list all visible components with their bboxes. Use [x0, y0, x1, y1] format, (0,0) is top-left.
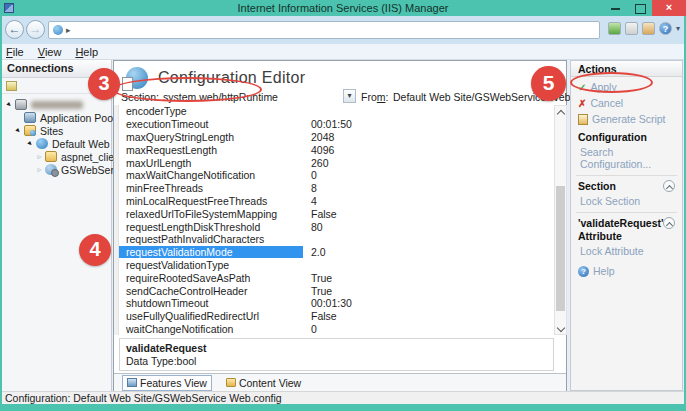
table-row[interactable]: requireRootedSaveAsPathTrue — [119, 271, 551, 284]
from-label: From: — [361, 91, 388, 103]
property-name[interactable]: minFreeThreads — [119, 182, 303, 194]
property-value[interactable]: 2.0 — [303, 246, 326, 258]
collapse-chevron-icon[interactable] — [663, 217, 675, 229]
property-value[interactable]: 8 — [303, 182, 317, 194]
window-border-bottom — [0, 404, 686, 411]
property-name[interactable]: requestPathInvalidCharacters — [119, 233, 303, 245]
property-value[interactable]: 0 — [303, 169, 317, 181]
property-value[interactable]: 4 — [303, 195, 317, 207]
annotation-step-5: 5 — [531, 66, 566, 101]
property-value[interactable]: True — [303, 285, 332, 297]
table-row[interactable]: requestValidationMode2.0 — [119, 246, 551, 259]
forward-button[interactable]: → — [26, 20, 45, 39]
property-name[interactable]: executionTimeout — [119, 118, 303, 130]
property-name[interactable]: useFullyQualifiedRedirectUrl — [119, 310, 303, 322]
table-row[interactable]: maxWaitChangeNotification0 — [119, 169, 551, 182]
address-field[interactable]: ▸ — [48, 21, 600, 39]
menu-file[interactable]: File — [6, 46, 24, 58]
table-row[interactable]: maxRequestLength4096 — [119, 143, 551, 156]
collapse-chevron-icon[interactable] — [663, 180, 675, 192]
tree-node-sites[interactable]: ▸ Sites — [2, 124, 111, 137]
table-row[interactable]: useFullyQualifiedRedirectUrlFalse — [119, 310, 551, 323]
property-name[interactable]: requestLengthDiskThreshold — [119, 221, 303, 233]
lock-section-link[interactable]: Lock Section — [571, 193, 682, 209]
tree-node-gswebservice[interactable]: ▹ GSWebService — [2, 163, 111, 176]
tab-features-view[interactable]: Features View — [122, 375, 212, 391]
expander-icon[interactable]: ▹ — [35, 165, 44, 174]
property-value[interactable]: False — [303, 208, 337, 220]
tab-content-view[interactable]: Content View — [222, 376, 305, 390]
table-row[interactable]: executionTimeout00:01:50 — [119, 118, 551, 131]
toolbar-green-icon[interactable] — [608, 22, 621, 35]
property-value[interactable]: 2048 — [303, 131, 334, 143]
help-dropdown-arrow[interactable]: ▾ — [676, 24, 680, 33]
section-dropdown-button[interactable]: ▾ — [343, 89, 356, 103]
save-connection-icon[interactable] — [6, 81, 17, 91]
property-name[interactable]: encoderType — [119, 105, 303, 117]
home-icon[interactable] — [642, 22, 655, 35]
generate-script-label: Generate Script — [592, 113, 666, 125]
help-icon[interactable]: ? — [659, 22, 672, 35]
actions-panel: Actions ✓ Apply ✗ Cancel Generate Script… — [570, 60, 683, 391]
back-button[interactable]: ← — [5, 20, 24, 39]
scroll-up-arrow[interactable] — [556, 109, 565, 114]
tree-node-server[interactable]: ▸ — [2, 98, 111, 111]
webservice-icon — [45, 164, 57, 175]
property-value[interactable]: 00:01:50 — [303, 118, 352, 130]
property-value[interactable]: 00:01:30 — [303, 297, 352, 309]
property-name[interactable]: relaxedUrlToFileSystemMapping — [119, 208, 303, 220]
close-button[interactable]: × — [652, 0, 686, 16]
table-row[interactable]: waitChangeNotification0 — [119, 323, 551, 335]
property-name[interactable]: requestValidationMode — [119, 246, 303, 258]
lock-attribute-link[interactable]: Lock Attribute — [571, 243, 682, 259]
property-name[interactable]: maxWaitChangeNotification — [119, 169, 303, 181]
tree-node-default-web-site[interactable]: ▸ Default Web Site — [2, 137, 111, 150]
menu-help[interactable]: Help — [75, 46, 98, 58]
table-row[interactable]: sendCacheControlHeaderTrue — [119, 284, 551, 297]
table-row[interactable]: maxQueryStringLength2048 — [119, 131, 551, 144]
property-name[interactable]: maxQueryStringLength — [119, 131, 303, 143]
expander-icon[interactable]: ▸ — [24, 137, 37, 150]
table-row[interactable]: requestValidationType — [119, 259, 551, 272]
table-row[interactable]: requestLengthDiskThreshold80 — [119, 220, 551, 233]
property-name[interactable]: requireRootedSaveAsPath — [119, 272, 303, 284]
property-name[interactable]: shutdownTimeout — [119, 297, 303, 309]
tree-node-aspnet-client[interactable]: ▹ aspnet_client — [2, 150, 111, 163]
table-row[interactable]: encoderType — [119, 105, 551, 118]
property-value[interactable]: 4096 — [303, 144, 334, 156]
table-row[interactable]: requestPathInvalidCharacters — [119, 233, 551, 246]
property-value[interactable]: True — [303, 272, 332, 284]
vertical-scrollbar[interactable] — [554, 105, 567, 335]
property-name[interactable]: waitChangeNotification — [119, 323, 303, 335]
tree-node-application-pools[interactable]: Application Pools — [2, 111, 111, 124]
property-value[interactable]: 260 — [303, 157, 329, 169]
property-name[interactable]: sendCacheControlHeader — [119, 285, 303, 297]
cancel-button[interactable]: ✗ Cancel — [571, 95, 682, 111]
annotation-step-3: 3 — [88, 68, 120, 100]
scroll-down-arrow[interactable] — [556, 326, 565, 331]
property-name[interactable]: maxRequestLength — [119, 144, 303, 156]
property-value[interactable]: 80 — [303, 221, 323, 233]
toolbar-gray-icon[interactable] — [625, 22, 638, 35]
property-name[interactable]: requestValidationType — [119, 259, 303, 271]
scrollbar-thumb[interactable] — [556, 186, 565, 311]
search-configuration-link[interactable]: Search Configuration... — [571, 144, 682, 172]
property-name[interactable]: minLocalRequestFreeThreads — [119, 195, 303, 207]
help-link[interactable]: ? Help — [571, 263, 682, 279]
property-name[interactable]: maxUrlLength — [119, 157, 303, 169]
menu-view[interactable]: View — [38, 46, 62, 58]
expander-icon[interactable]: ▸ — [12, 124, 25, 137]
property-value[interactable]: False — [303, 310, 337, 322]
minimize-button[interactable] — [604, 0, 628, 16]
table-row[interactable]: relaxedUrlToFileSystemMappingFalse — [119, 207, 551, 220]
table-row[interactable]: minFreeThreads8 — [119, 182, 551, 195]
table-row[interactable]: shutdownTimeout00:01:30 — [119, 297, 551, 310]
cross-icon: ✗ — [578, 98, 586, 109]
expander-icon[interactable]: ▹ — [35, 152, 44, 161]
table-row[interactable]: maxUrlLength260 — [119, 156, 551, 169]
property-value[interactable]: 0 — [303, 323, 317, 335]
expander-icon[interactable]: ▸ — [3, 98, 16, 111]
generate-script-button[interactable]: Generate Script — [571, 111, 682, 127]
table-row[interactable]: minLocalRequestFreeThreads4 — [119, 195, 551, 208]
maximize-button[interactable] — [628, 0, 652, 16]
